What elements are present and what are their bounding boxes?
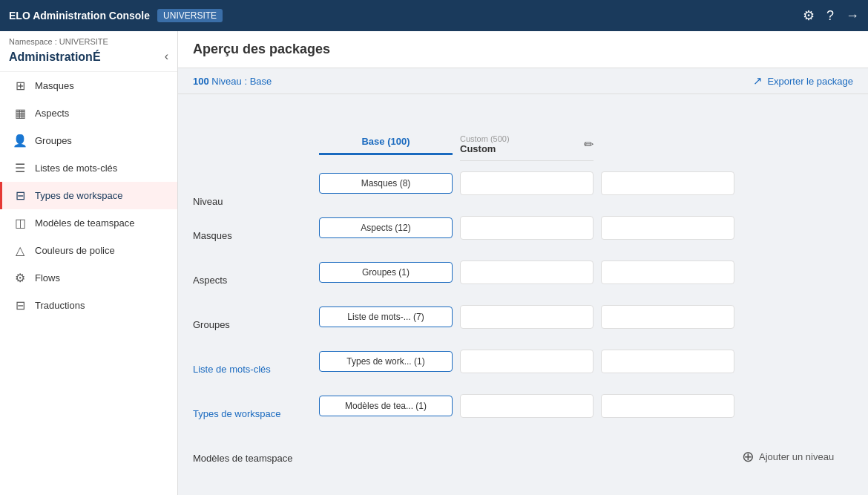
groupes-icon: 👤 [13, 134, 27, 148]
page-title: Aperçu des packages [193, 42, 330, 57]
sidebar-item-flows[interactable]: ⚙ Flows [0, 264, 177, 292]
cell-extra-modeles [601, 384, 734, 428]
app-title: ELO Administration Console [9, 10, 150, 22]
sidebar-item-couleurs-police[interactable]: △ Couleurs de police [0, 237, 177, 264]
pkg-box-types[interactable]: Types de work... (1) [319, 351, 453, 372]
cell-extra-aspects [601, 206, 734, 250]
cell-base-listes[interactable]: Liste de mots-... (7) [319, 295, 453, 339]
sidebar-nav: ⊞ Masques ▦ Aspects 👤 Groupes ☰ Listes d… [0, 72, 177, 495]
row-label-aspects: Aspects [193, 258, 319, 302]
custom-col-top-label: Custom (500) [460, 134, 510, 143]
add-level-label: Ajouter un niveau [759, 451, 834, 462]
cell-custom-modeles [460, 384, 594, 428]
column-custom: Custom (500) Custom ✏ [460, 109, 594, 480]
row-label-modeles: Modèles de teamspace [193, 436, 319, 480]
cell-base-groupes[interactable]: Groupes (1) [319, 250, 453, 295]
add-level-column: ⊕ Ajouter un niveau [742, 109, 861, 480]
pkg-box-groupes[interactable]: Groupes (1) [319, 262, 453, 283]
cell-custom-listes [460, 295, 594, 339]
sidebar-item-label-masques: Masques [35, 80, 74, 91]
row-label-groupes: Groupes [193, 302, 319, 347]
level-number: 100 [193, 76, 209, 87]
flows-icon: ⚙ [13, 271, 27, 285]
sidebar-item-aspects[interactable]: ▦ Aspects [0, 99, 177, 127]
edit-icon[interactable]: ✏ [584, 137, 594, 151]
cell-custom-types [460, 339, 594, 384]
level-bar: 100 Niveau : Base ↗ Exporter le package [178, 68, 868, 94]
column-extra [601, 109, 734, 480]
empty-extra-masques [601, 171, 734, 195]
sidebar-item-traductions[interactable]: ⊟ Traductions [0, 292, 177, 319]
namespace-label: Namespace : UNIVERSITE [9, 37, 168, 46]
sidebar-item-label-aspects: Aspects [35, 108, 69, 119]
sidebar-header: Namespace : UNIVERSITE AdministrationÉ ‹ [0, 31, 177, 72]
cell-base-masques[interactable]: Masques (8) [319, 161, 453, 206]
cell-custom-aspects [460, 206, 594, 250]
sidebar-item-modeles-teamspace[interactable]: ◫ Modèles de teamspace [0, 209, 177, 237]
collapse-button[interactable]: ‹ [165, 50, 168, 63]
sidebar-item-label-traductions: Traductions [35, 300, 85, 311]
package-area: Niveau Masques Aspects Groupes Liste de … [178, 94, 868, 495]
topbar-left: ELO Administration Console UNIVERSITE [9, 9, 223, 22]
empty-extra-types [601, 350, 734, 373]
pkg-box-modeles[interactable]: Modèles de tea... (1) [319, 396, 453, 416]
row-label-niveau: Niveau [193, 161, 319, 213]
empty-box-masques [460, 171, 594, 195]
empty-extra-groupes [601, 260, 734, 284]
row-label-masques: Masques [193, 213, 319, 258]
modeles-icon: ◫ [13, 216, 27, 230]
cell-extra-listes [601, 295, 734, 339]
types-workspace-icon: ⊟ [13, 189, 27, 203]
sidebar-item-label-flows: Flows [35, 272, 60, 283]
empty-box-types [460, 350, 594, 373]
logout-icon[interactable]: → [846, 8, 859, 24]
help-icon[interactable]: ? [826, 8, 834, 24]
gear-icon[interactable]: ⚙ [803, 7, 815, 24]
add-circle-icon: ⊕ [742, 448, 754, 465]
sidebar-item-masques[interactable]: ⊞ Masques [0, 72, 177, 99]
topbar-icons: ⚙ ? → [803, 7, 859, 24]
pkg-box-listes[interactable]: Liste de mots-... (7) [319, 306, 453, 327]
row-label-types-workspace: Types de workspace [193, 391, 319, 436]
cell-base-modeles[interactable]: Modèles de tea... (1) [319, 384, 453, 428]
couleurs-icon: △ [13, 243, 27, 258]
sidebar-item-types-workspace[interactable]: ⊟ Types de workspace [0, 182, 177, 209]
sidebar-item-listes-mots-cles[interactable]: ☰ Listes de mots-clés [0, 154, 177, 182]
sidebar-item-groupes[interactable]: 👤 Groupes [0, 127, 177, 154]
sidebar-item-label-modeles: Modèles de teamspace [35, 217, 134, 229]
sidebar: Namespace : UNIVERSITE AdministrationÉ ‹… [0, 31, 178, 495]
sidebar-item-label-groupes: Groupes [35, 135, 72, 146]
cell-base-types[interactable]: Types de work... (1) [319, 339, 453, 384]
pkg-box-masques[interactable]: Masques (8) [319, 173, 453, 194]
empty-box-listes [460, 305, 594, 329]
topbar: ELO Administration Console UNIVERSITE ⚙ … [0, 0, 868, 31]
sidebar-item-label-couleurs: Couleurs de police [35, 245, 115, 256]
col-header-base: Base (100) [319, 136, 453, 155]
columns-container: Base (100) Masques (8) Aspects (12) Grou… [319, 109, 861, 480]
main-content: Aperçu des packages 100 Niveau : Base ↗ … [178, 31, 868, 495]
add-level-button[interactable]: ⊕ Ajouter un niveau [742, 448, 861, 465]
custom-col-name: Custom [460, 143, 510, 154]
level-info: 100 Niveau : Base [193, 76, 272, 87]
empty-extra-listes [601, 305, 734, 329]
main-header: Aperçu des packages [178, 31, 868, 68]
cell-custom-masques [460, 161, 594, 206]
export-icon: ↗ [753, 74, 763, 88]
sidebar-item-label-types-workspace: Types de workspace [35, 190, 123, 201]
sidebar-title: AdministrationÉ [9, 46, 101, 67]
level-name: Niveau : Base [211, 76, 272, 87]
empty-box-modeles [460, 394, 594, 418]
export-button[interactable]: ↗ Exporter le package [753, 74, 853, 88]
empty-extra-modeles [601, 394, 734, 418]
cell-base-aspects[interactable]: Aspects (12) [319, 206, 453, 250]
cell-extra-groupes [601, 250, 734, 295]
cell-extra-types [601, 339, 734, 384]
aspects-icon: ▦ [13, 106, 27, 120]
topbar-badge: UNIVERSITE [157, 9, 223, 22]
empty-box-aspects [460, 216, 594, 240]
pkg-box-aspects[interactable]: Aspects (12) [319, 217, 453, 238]
column-base: Base (100) Masques (8) Aspects (12) Grou… [319, 109, 453, 480]
sidebar-item-label-listes: Listes de mots-clés [35, 163, 117, 174]
traductions-icon: ⊟ [13, 298, 27, 312]
masques-icon: ⊞ [13, 79, 27, 93]
